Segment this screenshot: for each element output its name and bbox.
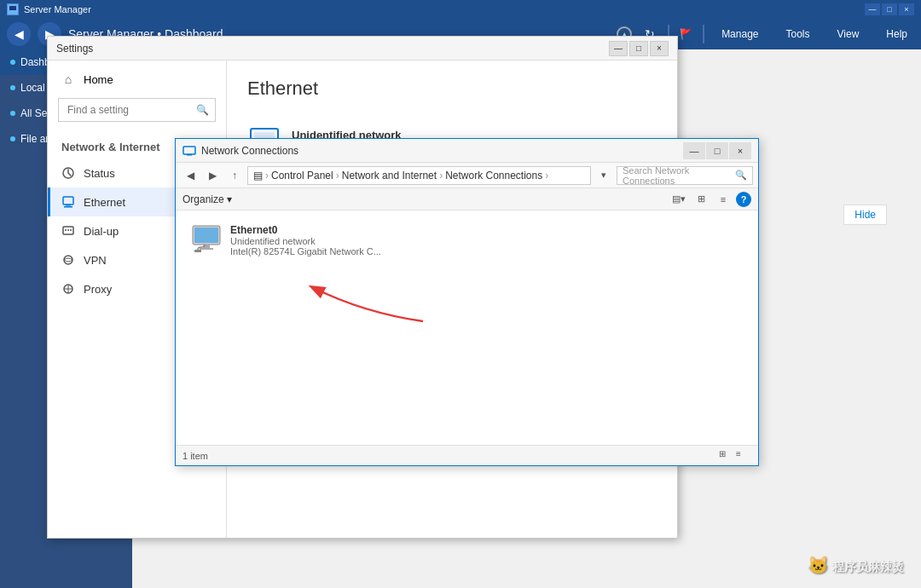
addr-forward-btn[interactable]: ▶	[203, 166, 222, 185]
vpn-icon	[61, 253, 75, 267]
svg-rect-6	[64, 206, 72, 208]
search-icon: 🔍	[196, 104, 209, 116]
net-conn-toolbar: Organize ▾ ▤▾ ⊞ ≡ ?	[176, 188, 758, 210]
svg-point-8	[65, 229, 67, 231]
ethernet-info: Ethernet0 Unidentified network Intel(R) …	[230, 224, 381, 257]
ethernet-item-icon	[191, 224, 222, 255]
net-conn-title-text: Network Connections	[201, 145, 683, 157]
svg-rect-25	[194, 250, 201, 252]
arrow-annotation	[261, 262, 432, 330]
svg-rect-1	[9, 6, 16, 10]
ethernet-item-name: Ethernet0	[230, 224, 381, 236]
dialup-icon	[61, 224, 75, 238]
watermark-text: 程序员麻辣烫	[832, 560, 904, 574]
net-conn-statusbar: 1 item ⊞ ≡	[176, 445, 758, 465]
settings-win-controls: — □ ×	[609, 41, 669, 56]
hide-button[interactable]: Hide	[843, 205, 887, 225]
flag-icon[interactable]: 🚩	[680, 28, 692, 40]
proxy-icon	[61, 282, 75, 296]
net-conn-content: Ethernet0 Unidentified network Intel(R) …	[176, 210, 758, 445]
breadcrumb-network-internet: Network and Internet	[342, 170, 437, 182]
organize-btn[interactable]: Organize ▾	[182, 193, 232, 205]
settings-close-btn[interactable]: ×	[650, 41, 669, 56]
settings-minimize-btn[interactable]: —	[609, 41, 628, 56]
breadcrumb-control-panel: Control Panel	[271, 170, 333, 182]
home-icon: ⌂	[61, 72, 75, 86]
breadcrumb-item-1: ▤	[253, 170, 263, 182]
help-btn[interactable]: ?	[736, 192, 751, 207]
svg-rect-22	[194, 228, 218, 243]
view-details-btn[interactable]: ▤▾	[669, 192, 688, 207]
svg-rect-2	[11, 11, 14, 13]
sidebar-dot-local	[10, 85, 15, 90]
net-conn-maximize-btn[interactable]: □	[706, 142, 728, 159]
svg-rect-20	[187, 154, 192, 156]
nav-label-dialup: Dial-up	[84, 225, 119, 238]
search-magnifier: 🔍	[735, 170, 747, 181]
sm-title-icon	[7, 3, 19, 15]
net-conn-titlebar: Network Connections — □ ×	[176, 139, 758, 163]
sm-maximize-btn[interactable]: □	[882, 3, 897, 15]
nav-label-status: Status	[84, 167, 115, 180]
ethernet-item-status: Unidentified network	[230, 236, 381, 246]
sm-window-controls: — □ ×	[865, 3, 914, 15]
net-conn-title-icon	[182, 144, 196, 158]
nav-label-ethernet: Ethernet	[84, 196, 125, 209]
net-conn-win-controls: — □ ×	[683, 142, 751, 159]
view-small-btn[interactable]: ≡	[714, 192, 733, 207]
ethernet-nav-icon	[61, 195, 75, 209]
sm-minimize-btn[interactable]: —	[865, 3, 880, 15]
net-conn-close-btn[interactable]: ×	[729, 142, 751, 159]
nav-label-vpn: VPN	[84, 254, 107, 267]
breadcrumb-network-connections: Network Connections	[445, 170, 542, 182]
net-conn-minimize-btn[interactable]: —	[683, 142, 705, 159]
settings-home-label: Home	[84, 73, 113, 86]
ethernet-item-driver: Intel(R) 82574L Gigabit Network C...	[230, 246, 381, 257]
addr-search-box[interactable]: Search Network Connections 🔍	[617, 166, 753, 185]
sidebar-dot-dashboard	[10, 60, 15, 65]
net-conn-addressbar: ◀ ▶ ↑ ▤ › Control Panel › Network and In…	[176, 163, 758, 188]
search-placeholder: Search Network Connections	[623, 165, 732, 186]
settings-title-text: Settings	[56, 43, 609, 55]
settings-search-container: 🔍	[58, 98, 216, 122]
toolbar-divider2	[703, 25, 704, 43]
view-large-btn[interactable]: ⊞	[692, 192, 710, 207]
statusbar-view-btn-1[interactable]: ⊞	[719, 449, 734, 463]
svg-rect-5	[66, 205, 71, 206]
nav-label-proxy: Proxy	[84, 283, 112, 296]
addr-back-btn[interactable]: ◀	[181, 166, 200, 185]
help-action[interactable]: Help	[879, 25, 914, 43]
server-manager-titlebar: Server Manager — □ ×	[0, 0, 921, 19]
settings-page-title: Ethernet	[247, 78, 657, 100]
sidebar-dot-filestorage	[10, 136, 15, 141]
svg-point-9	[67, 229, 69, 231]
watermark: 🐱 程序员麻辣烫	[808, 555, 904, 575]
toolbar-right: ▤▾ ⊞ ≡ ?	[669, 192, 751, 207]
ethernet-item[interactable]: Ethernet0 Unidentified network Intel(R) …	[184, 219, 388, 262]
settings-titlebar: Settings — □ ×	[48, 37, 677, 61]
sidebar-dot-allservers	[10, 111, 15, 116]
settings-search-input[interactable]	[58, 98, 216, 122]
svg-rect-19	[183, 147, 195, 154]
settings-maximize-btn[interactable]: □	[629, 41, 648, 56]
addr-refresh-btn[interactable]: ▾	[594, 166, 613, 185]
statusbar-view-btns: ⊞ ≡	[719, 449, 751, 463]
addr-breadcrumb[interactable]: ▤ › Control Panel › Network and Internet…	[247, 166, 591, 185]
status-icon	[61, 166, 75, 180]
svg-rect-24	[200, 248, 213, 250]
manage-action[interactable]: Manage	[715, 25, 765, 43]
sm-title-text: Server Manager	[24, 4, 865, 14]
network-connections-window: Network Connections — □ × ◀ ▶ ↑ ▤ › Cont…	[175, 138, 759, 466]
view-action[interactable]: View	[831, 25, 866, 43]
sm-toolbar-actions: Manage Tools View Help	[715, 25, 914, 43]
statusbar-view-btn-2[interactable]: ≡	[736, 449, 751, 463]
statusbar-count: 1 item	[182, 451, 208, 461]
svg-point-10	[70, 229, 72, 231]
sm-back-btn[interactable]: ◀	[7, 22, 31, 46]
svg-rect-4	[63, 197, 73, 205]
tools-action[interactable]: Tools	[779, 25, 817, 43]
addr-up-btn[interactable]: ↑	[225, 166, 244, 185]
sm-close-btn[interactable]: ×	[899, 3, 914, 15]
svg-point-11	[64, 256, 72, 264]
settings-home-item[interactable]: ⌂ Home	[48, 61, 226, 98]
